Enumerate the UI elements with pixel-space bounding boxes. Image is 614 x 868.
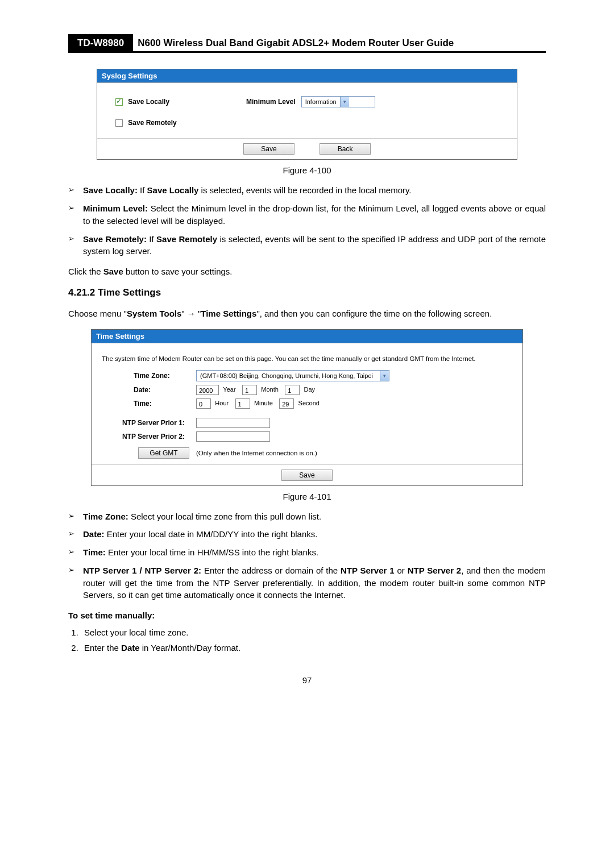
chevron-down-icon: ▾ bbox=[340, 97, 349, 107]
figure-caption-100: Figure 4-100 bbox=[68, 165, 546, 175]
syslog-bullets: ➢ Save Locally: If Save Locally is selec… bbox=[68, 184, 546, 258]
minute-input[interactable]: 1 bbox=[235, 398, 250, 409]
second-input[interactable]: 29 bbox=[279, 398, 294, 409]
bullet-icon: ➢ bbox=[68, 564, 83, 601]
timeset-bullets: ➢ Time Zone: Select your local time zone… bbox=[68, 510, 546, 602]
save-remotely-checkbox[interactable] bbox=[115, 119, 123, 127]
minimum-level-dropdown[interactable]: Information ▾ bbox=[301, 96, 375, 107]
bullet-icon: ➢ bbox=[68, 546, 83, 559]
save-locally-checkbox[interactable] bbox=[115, 98, 123, 106]
month-unit: Month bbox=[261, 386, 279, 393]
year-unit: Year bbox=[223, 386, 235, 393]
bullet-icon: ➢ bbox=[68, 184, 83, 197]
click-save-paragraph: Click the Save button to save your setti… bbox=[68, 265, 546, 278]
list-item: ➢ Minimum Level: Select the Minimum leve… bbox=[68, 202, 546, 227]
bullet-icon: ➢ bbox=[68, 510, 83, 523]
day-input[interactable]: 1 bbox=[285, 385, 300, 395]
doc-title: N600 Wireless Dual Band Gigabit ADSL2+ M… bbox=[133, 34, 546, 53]
page-number: 97 bbox=[68, 675, 546, 685]
bullet-icon: ➢ bbox=[68, 233, 83, 258]
bullet-icon: ➢ bbox=[68, 528, 83, 541]
timezone-dropdown[interactable]: (GMT+08:00) Beijing, Chongqing, Urumchi,… bbox=[196, 370, 389, 381]
page-header: TD-W8980 N600 Wireless Dual Band Gigabit… bbox=[68, 34, 546, 53]
ntp2-input[interactable] bbox=[196, 431, 270, 442]
time-label: Time: bbox=[99, 400, 196, 408]
back-button[interactable]: Back bbox=[320, 143, 371, 155]
list-item: Select your local time zone. bbox=[81, 628, 546, 637]
hour-input[interactable]: 0 bbox=[196, 398, 211, 409]
second-unit: Second bbox=[298, 400, 320, 406]
chevron-down-icon: ▾ bbox=[380, 371, 389, 381]
manual-steps-list: Select your local time zone. Enter the D… bbox=[68, 628, 546, 653]
syslog-settings-screenshot: Syslog Settings Save Locally Minimum Lev… bbox=[97, 69, 517, 160]
save-remotely-label: Save Remotely bbox=[128, 119, 176, 127]
bullet-icon: ➢ bbox=[68, 202, 83, 227]
list-item: Enter the Date in Year/Month/Day format. bbox=[81, 643, 546, 653]
save-locally-label: Save Locally bbox=[128, 98, 169, 106]
time-settings-panel-title: Time Settings bbox=[92, 330, 522, 343]
choose-menu-paragraph: Choose menu "System Tools" → "Time Setti… bbox=[68, 308, 546, 320]
minimum-level-label: Minimum Level bbox=[246, 98, 296, 106]
model-badge: TD-W8980 bbox=[68, 34, 133, 53]
ntp2-label: NTP Server Prior 2: bbox=[99, 433, 196, 441]
syslog-panel-title: Syslog Settings bbox=[97, 69, 517, 82]
get-gmt-button[interactable]: Get GMT bbox=[138, 447, 189, 459]
hour-unit: Hour bbox=[215, 400, 229, 406]
time-settings-screenshot: Time Settings The system time of Modem R… bbox=[91, 329, 523, 486]
manual-heading: To set time manually: bbox=[68, 610, 155, 620]
month-input[interactable]: 1 bbox=[242, 385, 257, 395]
year-input[interactable]: 2000 bbox=[196, 385, 219, 395]
date-label: Date: bbox=[99, 386, 196, 394]
ntp1-label: NTP Server Prior 1: bbox=[99, 419, 196, 427]
list-item: ➢ Time Zone: Select your local time zone… bbox=[68, 510, 546, 523]
section-heading-time-settings: 4.21.2 Time Settings bbox=[68, 287, 546, 298]
list-item: ➢ NTP Server 1 / NTP Server 2: Enter the… bbox=[68, 564, 546, 601]
figure-caption-101: Figure 4-101 bbox=[68, 492, 546, 501]
list-item: ➢ Save Remotely: If Save Remotely is sel… bbox=[68, 233, 546, 258]
day-unit: Day bbox=[304, 386, 316, 393]
list-item: ➢ Save Locally: If Save Locally is selec… bbox=[68, 184, 546, 197]
timezone-label: Time Zone: bbox=[99, 372, 196, 380]
get-gmt-note: (Only when the Internet connection is on… bbox=[196, 450, 317, 456]
save-button[interactable]: Save bbox=[243, 143, 294, 155]
ntp1-input[interactable] bbox=[196, 418, 270, 428]
list-item: ➢ Date: Enter your local date in MM/DD/Y… bbox=[68, 528, 546, 541]
document-page: TD-W8980 N600 Wireless Dual Band Gigabit… bbox=[0, 0, 614, 868]
save-button[interactable]: Save bbox=[281, 470, 333, 481]
minute-unit: Minute bbox=[254, 400, 273, 406]
time-settings-intro: The system time of Modem Router can be s… bbox=[102, 355, 515, 362]
list-item: ➢ Time: Enter your local time in HH/MM/S… bbox=[68, 546, 546, 559]
